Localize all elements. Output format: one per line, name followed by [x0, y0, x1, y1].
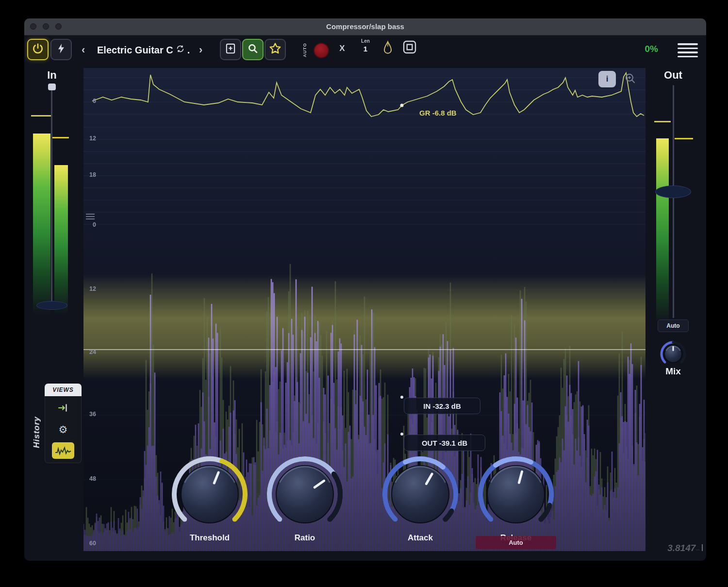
attack-knob-label: Attack — [379, 533, 462, 543]
auto-mode-label: AUTO — [300, 41, 310, 59]
mix-knob-label: Mix — [659, 366, 688, 377]
output-gain-slider[interactable] — [673, 85, 674, 318]
input-slider-cap[interactable] — [48, 84, 56, 90]
input-level-readout: IN -32.3 dB — [404, 398, 480, 414]
power-icon — [32, 42, 44, 57]
power-button[interactable] — [27, 39, 49, 60]
info-button[interactable]: i — [598, 71, 616, 87]
window-size-button[interactable] — [402, 39, 417, 57]
view-routing-button[interactable] — [51, 400, 75, 418]
gear-icon: ⚙︎ — [59, 424, 68, 436]
attack-knob[interactable] — [379, 453, 462, 536]
search-icon — [247, 42, 259, 57]
length-control[interactable]: Len 1 — [356, 38, 375, 53]
output-marker-dot — [400, 433, 403, 436]
zoom-in-icon[interactable] — [624, 72, 637, 87]
db-scale-label: 48 — [84, 475, 96, 482]
frame-icon — [402, 48, 417, 56]
preset-sync-icon — [176, 44, 185, 56]
record-button[interactable] — [314, 43, 329, 58]
view-waveform-button[interactable] — [51, 441, 75, 460]
output-level-readout: OUT -39.1 dB — [404, 435, 485, 451]
db-scale-label: 36 — [84, 411, 96, 418]
db-scale-label: 60 — [84, 540, 96, 547]
db-scale-label: 6 — [84, 98, 96, 104]
ratio-knob-label: Ratio — [264, 533, 346, 543]
db-scale-label: 12 — [84, 135, 96, 142]
lightning-icon — [55, 43, 67, 56]
version-label: 3.8147 ··· — [645, 543, 703, 553]
star-icon — [268, 42, 282, 57]
save-preset-button[interactable] — [220, 39, 241, 60]
save-plus-icon — [224, 42, 237, 57]
db-scale-label: 0 — [84, 221, 96, 228]
views-panel-header: VIEWS — [45, 384, 82, 396]
titlebar[interactable]: Compressor/slap bass — [24, 18, 706, 35]
clear-button[interactable]: X — [336, 44, 348, 53]
window-title: Compressor/slap bass — [24, 18, 706, 35]
analyzer-display[interactable]: 6121801224364860 GR -6.8 dB IN -32.3 dB … — [83, 68, 645, 551]
db-scale-label: 18 — [84, 171, 96, 178]
waveform-view-icon — [52, 442, 74, 459]
preset-browser-button[interactable] — [242, 39, 264, 60]
input-peak-tick-2 — [52, 137, 69, 138]
input-marker-dot — [400, 396, 403, 399]
waveform-plot — [83, 68, 645, 551]
desktop: Compressor/slap bass ‹ Electric Guitar C… — [0, 0, 728, 587]
zero-line-handle-icon[interactable] — [85, 213, 96, 222]
metronome-button[interactable] — [381, 40, 394, 59]
views-panel: ⚙︎ — [45, 396, 82, 463]
input-meter-bar — [33, 134, 50, 314]
input-meter-label: In — [37, 69, 66, 82]
output-auto-button[interactable]: Auto — [658, 319, 689, 332]
preset-suffix: . — [187, 45, 190, 56]
ratio-knob[interactable] — [264, 453, 346, 536]
plugin-window: Compressor/slap bass ‹ Electric Guitar C… — [24, 18, 706, 561]
menu-button[interactable] — [678, 43, 698, 57]
db-scale-label: 12 — [84, 285, 96, 292]
threshold-knob-label: Threshold — [168, 533, 251, 543]
input-peak-tick — [31, 115, 51, 117]
threshold-knob[interactable] — [168, 453, 251, 536]
preset-selector[interactable]: Electric Guitar C . — [97, 42, 190, 58]
release-auto-badge[interactable]: Auto — [476, 536, 556, 549]
mix-knob[interactable] — [660, 340, 687, 368]
preset-next-button[interactable]: › — [199, 44, 202, 56]
gain-reduction-readout: GR -6.8 dB — [419, 109, 457, 117]
release-knob[interactable] — [475, 453, 557, 536]
len-label: Len — [361, 38, 370, 44]
metronome-icon — [381, 50, 394, 58]
output-peak-tick-2 — [675, 138, 693, 139]
input-meter-bar-2 — [54, 165, 68, 314]
cpu-percent: 0% — [626, 44, 658, 54]
output-meter-label: Out — [659, 69, 688, 82]
len-value: 1 — [356, 45, 375, 53]
output-peak-tick — [654, 121, 671, 122]
output-slider-thumb[interactable] — [655, 185, 691, 198]
db-scale-label: 24 — [84, 349, 96, 355]
preset-name: Electric Guitar C — [97, 45, 173, 56]
view-settings-button[interactable]: ⚙︎ — [51, 420, 75, 439]
history-label: History — [28, 400, 46, 464]
input-route-icon — [57, 402, 69, 416]
output-meter-bar — [656, 138, 669, 323]
favorite-button[interactable] — [265, 39, 286, 60]
input-gain-slider[interactable] — [51, 85, 52, 307]
ab-compare-button[interactable] — [50, 39, 72, 60]
input-slider-thumb[interactable] — [36, 301, 67, 310]
preset-prev-button[interactable]: ‹ — [82, 44, 85, 56]
